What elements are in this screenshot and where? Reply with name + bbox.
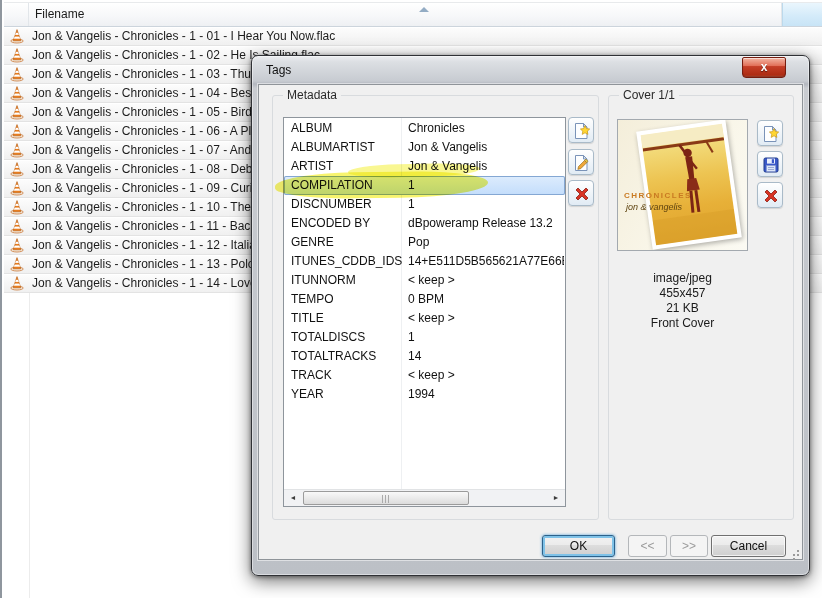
resize-grip[interactable] (789, 546, 799, 556)
close-button[interactable]: x (742, 57, 786, 78)
metadata-row[interactable]: YEAR 1994 (284, 385, 565, 404)
metadata-row[interactable]: ALBUMARTIST Jon & Vangelis (284, 138, 565, 157)
previous-file-button[interactable]: << (628, 535, 667, 557)
new-page-star-icon (761, 124, 781, 144)
delete-x-icon (761, 186, 781, 206)
metadata-row[interactable]: TRACK < keep > (284, 366, 565, 385)
audio-file-icon (9, 104, 25, 120)
dialog-title: Tags (266, 63, 291, 77)
delete-tag-button[interactable] (568, 180, 594, 206)
file-row[interactable]: Jon & Vangelis - Chronicles - 1 - 01 - I… (4, 27, 822, 46)
tag-value: < keep > (408, 271, 564, 290)
metadata-row[interactable]: COMPILATION 1 (284, 176, 565, 195)
cover-group-label: Cover 1/1 (619, 88, 679, 102)
file-name: Jon & Vangelis - Chronicles - 1 - 09 - C… (32, 179, 259, 197)
tag-value: 1 (408, 176, 564, 195)
ok-button[interactable]: OK (542, 535, 615, 557)
audio-file-icon (9, 28, 25, 44)
file-name: Jon & Vangelis - Chronicles - 1 - 11 - B… (32, 217, 256, 235)
tag-value: < keep > (408, 366, 564, 385)
metadata-row[interactable]: TOTALTRACKS 14 (284, 347, 565, 366)
header-end-segment[interactable] (782, 3, 822, 26)
new-page-star-icon (572, 121, 592, 141)
album-art-artist-text: jon & vangelis (626, 202, 682, 212)
add-cover-button[interactable] (757, 120, 783, 146)
metadata-row[interactable]: TOTALDISCS 1 (284, 328, 565, 347)
next-file-button[interactable]: >> (670, 535, 708, 557)
edit-tag-button[interactable] (568, 149, 594, 175)
cover-info-line: Front Cover (617, 316, 748, 331)
audio-file-icon (9, 123, 25, 139)
metadata-row[interactable]: ENCODED BY dBpoweramp Release 13.2 (284, 214, 565, 233)
metadata-row[interactable]: ITUNNORM < keep > (284, 271, 565, 290)
horizontal-scrollbar[interactable]: ◄ ► (284, 489, 565, 506)
metadata-row[interactable]: ALBUM Chronicles (284, 119, 565, 138)
metadata-row[interactable]: ARTIST Jon & Vangelis (284, 157, 565, 176)
file-name: Jon & Vangelis - Chronicles - 1 - 06 - A… (32, 122, 264, 140)
album-art-preview[interactable]: CHRONICLES jon & vangelis (617, 119, 748, 251)
file-name: Jon & Vangelis - Chronicles - 1 - 05 - B… (32, 103, 265, 121)
icon-column-header[interactable] (4, 3, 29, 26)
save-floppy-icon (761, 155, 781, 175)
cover-info-line: 21 KB (617, 301, 748, 316)
file-name: Jon & Vangelis - Chronicles - 1 - 07 - A… (32, 141, 266, 159)
cover-info: image/jpeg 455x457 21 KB Front Cover (617, 271, 748, 331)
tag-name: TOTALDISCS (291, 328, 365, 347)
metadata-row[interactable]: TEMPO 0 BPM (284, 290, 565, 309)
metadata-row[interactable]: GENRE Pop (284, 233, 565, 252)
tag-name: TITLE (291, 309, 324, 328)
cover-info-line: image/jpeg (617, 271, 748, 286)
scroll-right-icon[interactable]: ► (548, 490, 564, 506)
cover-group: Cover 1/1 (608, 95, 794, 520)
tag-value: 14+E511D5B565621A77E66BF (408, 252, 564, 271)
filename-header-label: Filename (35, 7, 84, 21)
file-name: Jon & Vangelis - Chronicles - 1 - 13 - P… (32, 255, 261, 273)
album-art-title-text: CHRONICLES (624, 191, 692, 200)
tag-name: ALBUM (291, 119, 332, 138)
save-cover-button[interactable] (757, 151, 783, 177)
tag-name: TRACK (291, 366, 332, 385)
metadata-row[interactable]: ITUNES_CDDB_IDS 14+E511D5B565621A77E66BF (284, 252, 565, 271)
filename-column-header[interactable]: Filename (29, 3, 782, 26)
file-name: Jon & Vangelis - Chronicles - 1 - 10 - T… (32, 198, 262, 216)
scrollbar-thumb[interactable] (303, 491, 469, 505)
audio-file-icon (9, 275, 25, 291)
tag-value: 0 BPM (408, 290, 564, 309)
tag-name: DISCNUMBER (291, 195, 372, 214)
cover-info-line: 455x457 (617, 286, 748, 301)
tag-value: dBpoweramp Release 13.2 (408, 214, 564, 233)
beach-figure-art (641, 124, 738, 245)
metadata-row[interactable]: TITLE < keep > (284, 309, 565, 328)
scroll-left-icon[interactable]: ◄ (285, 490, 301, 506)
audio-file-icon (9, 180, 25, 196)
metadata-list: ALBUM Chronicles ALBUMARTIST Jon & Vange… (283, 117, 566, 507)
audio-file-icon (9, 47, 25, 63)
metadata-row[interactable]: DISCNUMBER 1 (284, 195, 565, 214)
metadata-rows: ALBUM Chronicles ALBUMARTIST Jon & Vange… (284, 119, 565, 404)
dialog-titlebar[interactable]: Tags x (252, 56, 809, 84)
audio-file-icon (9, 199, 25, 215)
tag-name: TOTALTRACKS (291, 347, 376, 366)
sort-ascending-icon (419, 7, 429, 12)
tag-name: TEMPO (291, 290, 334, 309)
delete-x-icon (572, 184, 592, 204)
audio-file-icon (9, 161, 25, 177)
tag-value: 1 (408, 328, 564, 347)
edit-pencil-icon (572, 153, 592, 173)
file-name: Jon & Vangelis - Chronicles - 1 - 03 - T… (32, 65, 258, 83)
dialog-client-area: Metadata ALBUM Chronicles ALBUMARTIST (258, 84, 803, 560)
tag-name: ITUNES_CDDB_IDS (291, 252, 402, 271)
file-name: Jon & Vangelis - Chronicles - 1 - 14 - L… (32, 274, 263, 292)
metadata-group: Metadata ALBUM Chronicles ALBUMARTIST (272, 95, 599, 520)
audio-file-icon (9, 142, 25, 158)
screen: Filename (0, 0, 822, 598)
tag-name: YEAR (291, 385, 324, 404)
delete-cover-button[interactable] (757, 182, 783, 208)
file-name: Jon & Vangelis - Chronicles - 1 - 04 - B… (32, 84, 261, 102)
file-name: Jon & Vangelis - Chronicles - 1 - 08 - D… (32, 160, 263, 178)
cancel-button[interactable]: Cancel (711, 535, 786, 557)
add-tag-button[interactable] (568, 117, 594, 143)
tag-value: 1 (408, 195, 564, 214)
album-art-photo (636, 119, 742, 249)
tag-value: < keep > (408, 309, 564, 328)
